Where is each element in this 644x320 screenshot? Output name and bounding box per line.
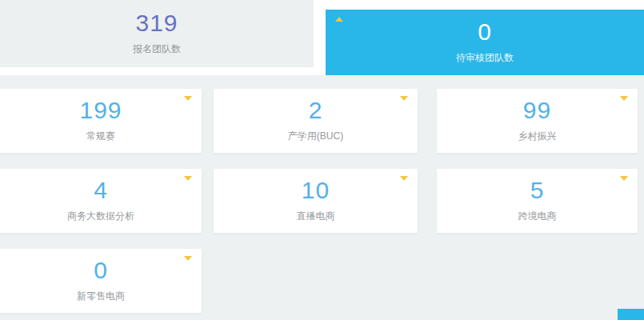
stat-label: 常规赛 xyxy=(86,130,115,143)
caret-up-icon[interactable] xyxy=(335,17,343,22)
pending-teams-value: 0 xyxy=(478,20,492,44)
stat-card-regular-season[interactable]: 199 常规赛 xyxy=(0,89,202,153)
caret-down-icon[interactable] xyxy=(620,176,628,181)
stat-card-rural-revitalization[interactable]: 99 乡村振兴 xyxy=(437,89,638,153)
stat-value: 2 xyxy=(309,98,323,122)
stat-label: 跨境电商 xyxy=(518,210,557,223)
stat-value: 199 xyxy=(79,98,122,122)
stat-card-crossborder-ecommerce[interactable]: 5 跨境电商 xyxy=(437,169,638,233)
caret-down-icon[interactable] xyxy=(400,96,408,101)
registered-teams-value: 319 xyxy=(135,11,178,35)
stat-card-livestream-ecommerce[interactable]: 10 直播电商 xyxy=(214,169,418,233)
stat-value: 4 xyxy=(94,178,108,202)
stat-value: 10 xyxy=(302,178,330,202)
stat-label: 新零售电商 xyxy=(77,290,125,303)
bottom-right-blue-fragment[interactable] xyxy=(618,309,644,320)
registered-teams-label: 报名团队数 xyxy=(133,42,181,56)
stat-card-pending-teams[interactable]: 0 待审核团队数 xyxy=(326,10,644,75)
stat-label: 乡村振兴 xyxy=(518,130,557,143)
stat-card-new-retail-ecommerce[interactable]: 0 新零售电商 xyxy=(0,249,202,313)
caret-down-icon[interactable] xyxy=(400,176,408,181)
caret-down-icon[interactable] xyxy=(184,256,192,261)
caret-down-icon[interactable] xyxy=(184,96,192,101)
caret-down-icon[interactable] xyxy=(620,96,628,101)
pending-teams-label: 待审核团队数 xyxy=(456,51,514,65)
stat-card-business-big-data[interactable]: 4 商务大数据分析 xyxy=(0,169,202,233)
caret-down-icon[interactable] xyxy=(184,176,192,181)
stat-card-buc[interactable]: 2 产学用(BUC) xyxy=(214,89,418,153)
stat-label: 产学用(BUC) xyxy=(288,130,343,143)
stat-card-registered-teams: 319 报名团队数 xyxy=(0,0,314,67)
stat-value: 99 xyxy=(523,98,551,122)
stat-label: 直播电商 xyxy=(297,210,335,223)
stat-label: 商务大数据分析 xyxy=(67,210,134,223)
stat-value: 0 xyxy=(94,258,108,282)
stat-value: 5 xyxy=(530,178,545,202)
